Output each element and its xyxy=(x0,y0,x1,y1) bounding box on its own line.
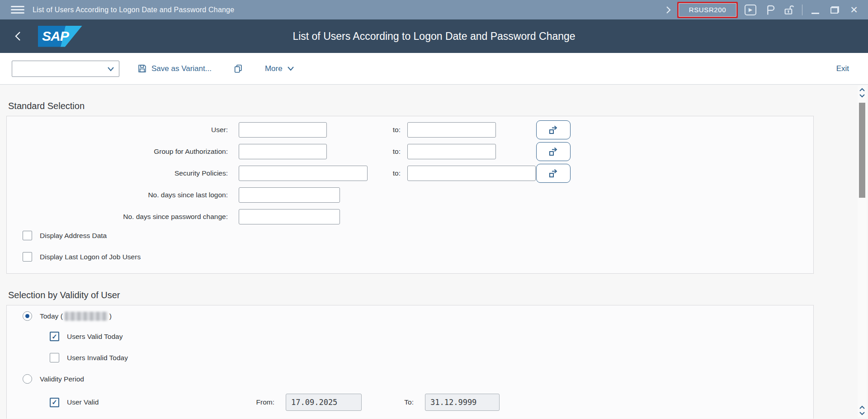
form-row-user: User: to: xyxy=(7,122,813,138)
chevron-down-icon xyxy=(287,65,294,72)
display-last-logon-checkbox[interactable] xyxy=(23,252,32,262)
days-since-logon-input[interactable] xyxy=(239,187,340,203)
app-header: SAP List of Users According to Logon Dat… xyxy=(0,19,868,53)
more-label: More xyxy=(265,64,283,73)
selection-screen: Standard Selection User: to: Group for A… xyxy=(0,85,868,419)
users-valid-today-row: ✓ Users Valid Today xyxy=(50,332,813,341)
form-row-security-policies: Security Policies: to: xyxy=(7,166,813,181)
system-titlebar: List of Users According to Logon Date an… xyxy=(0,0,868,19)
scroll-up-icon[interactable] xyxy=(859,88,865,92)
security-policies-label: Security Policies: xyxy=(7,169,233,177)
scroll-down-icon-bottom[interactable] xyxy=(859,411,865,415)
variant-select[interactable] xyxy=(12,61,119,77)
today-label-suffix: ) xyxy=(109,312,112,320)
standard-selection-panel: User: to: Group for Authorization: to: xyxy=(6,116,814,274)
today-radio[interactable] xyxy=(23,311,32,321)
copy-icon[interactable] xyxy=(233,63,243,74)
exit-button[interactable]: Exit xyxy=(836,64,849,73)
display-last-logon-label: Display Last Logon of Job Users xyxy=(40,253,141,261)
validity-period-label: Validity Period xyxy=(40,375,84,383)
user-to-label: to: xyxy=(327,126,401,134)
user-from-input[interactable] xyxy=(239,122,327,138)
system-title: List of Users According to Logon Date an… xyxy=(33,6,234,14)
validity-period-radio[interactable] xyxy=(23,374,32,384)
transaction-code-field[interactable]: RSUSR200 xyxy=(679,3,736,17)
user-valid-row: ✓ User Valid From: 17.09.2025 To: 31.12.… xyxy=(50,394,813,411)
display-address-data-label: Display Address Data xyxy=(40,232,107,240)
user-to-input[interactable] xyxy=(407,122,496,138)
valid-to-field[interactable]: 31.12.9999 xyxy=(425,394,500,411)
group-to-input[interactable] xyxy=(407,144,496,159)
scrollbar-thumb[interactable] xyxy=(859,103,865,198)
chevron-right-icon[interactable] xyxy=(665,5,671,14)
days-since-password-change-label: No. days since password change: xyxy=(7,213,233,221)
users-invalid-today-checkbox[interactable] xyxy=(50,353,59,362)
display-address-data-checkbox[interactable] xyxy=(23,231,32,240)
security-policies-to-input[interactable] xyxy=(407,166,536,181)
form-row-group: Group for Authorization: to: xyxy=(7,144,813,159)
user-valid-checkbox[interactable]: ✓ xyxy=(50,398,59,407)
from-label: From: xyxy=(254,398,274,406)
sap-logo: SAP xyxy=(38,26,82,47)
users-invalid-today-row: Users Invalid Today xyxy=(50,353,813,362)
save-as-variant-label: Save as Variant... xyxy=(151,64,212,73)
valid-from-field[interactable]: 17.09.2025 xyxy=(286,394,362,411)
section-heading-validity: Selection by Validity of User xyxy=(8,290,868,300)
menu-icon[interactable] xyxy=(11,5,25,15)
user-valid-label: User Valid xyxy=(67,398,246,406)
group-label: Group for Authorization: xyxy=(7,148,233,156)
unlock-icon[interactable] xyxy=(783,3,796,17)
back-icon[interactable] xyxy=(10,27,25,45)
divider xyxy=(802,5,802,15)
transaction-code-highlight: RSUSR200 xyxy=(677,2,738,18)
save-as-variant-button[interactable]: Save as Variant... xyxy=(137,64,212,73)
group-from-input[interactable] xyxy=(239,144,327,159)
users-invalid-today-label: Users Invalid Today xyxy=(67,354,128,362)
play-icon[interactable]: ▶ xyxy=(744,3,757,17)
users-valid-today-checkbox[interactable]: ✓ xyxy=(50,332,59,341)
security-policies-multi-select-button[interactable] xyxy=(536,164,571,183)
chevron-down-icon xyxy=(107,66,114,72)
user-label: User: xyxy=(7,126,233,134)
users-valid-today-label: Users Valid Today xyxy=(67,333,123,341)
application-toolbar: Save as Variant... More Exit xyxy=(0,53,868,85)
restore-icon[interactable] xyxy=(828,3,841,17)
more-button[interactable]: More xyxy=(265,64,294,73)
security-policies-to-label: to: xyxy=(368,169,401,177)
close-icon[interactable]: ✕ xyxy=(847,3,861,17)
scrollbar-track[interactable] xyxy=(858,86,867,417)
scroll-down-icon[interactable] xyxy=(859,94,865,98)
section-heading-standard-selection: Standard Selection xyxy=(8,101,868,111)
form-row-days-since-password-change: No. days since password change: xyxy=(7,209,813,224)
security-policies-from-input[interactable] xyxy=(239,166,368,181)
user-multi-select-button[interactable] xyxy=(536,120,571,139)
validity-panel: Today ( ) ✓ Users Valid Today Users Inva… xyxy=(6,305,814,419)
p-flag-icon[interactable] xyxy=(763,3,777,17)
display-address-data-row: Display Address Data xyxy=(23,231,813,240)
today-label: Today ( xyxy=(40,312,63,320)
page-title: List of Users According to Logon Date an… xyxy=(292,30,575,43)
today-date-redacted xyxy=(65,312,108,321)
minimize-icon[interactable] xyxy=(808,3,822,17)
form-row-days-since-logon: No. days since last logon: xyxy=(7,187,813,203)
days-since-logon-label: No. days since last logon: xyxy=(7,191,233,199)
days-since-password-change-input[interactable] xyxy=(239,209,340,224)
group-to-label: to: xyxy=(327,148,401,156)
scroll-up-icon-bottom[interactable] xyxy=(859,405,865,409)
validity-period-radio-row: Validity Period xyxy=(23,374,813,384)
today-radio-row: Today ( ) xyxy=(23,311,813,321)
display-last-logon-row: Display Last Logon of Job Users xyxy=(23,252,813,262)
to-label: To: xyxy=(402,398,414,406)
save-icon xyxy=(137,64,147,73)
group-multi-select-button[interactable] xyxy=(536,142,571,161)
